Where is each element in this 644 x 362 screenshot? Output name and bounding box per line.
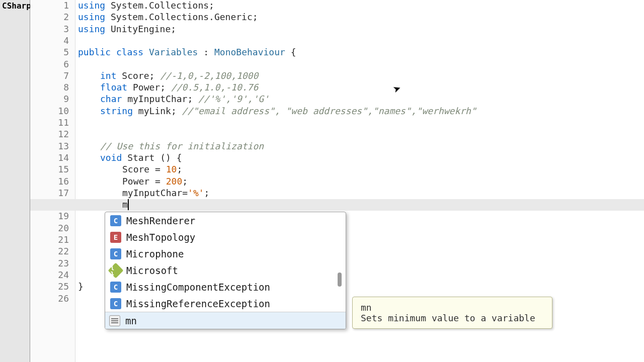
line-number: 22 <box>39 246 69 256</box>
autocomplete-popup[interactable]: C MeshRenderer E MeshTopology C Micropho… <box>105 212 346 329</box>
autocomplete-tooltip: mn Sets minimum value to a variable <box>352 297 552 329</box>
line-number: 3 <box>39 24 69 34</box>
template-icon <box>109 315 120 326</box>
sidebar-file-label: CSharp <box>2 1 31 11</box>
text-caret <box>128 199 129 210</box>
autocomplete-label: mn <box>125 315 137 326</box>
line-number: 11 <box>39 117 69 128</box>
enum-icon: E <box>110 232 121 243</box>
line-number: 16 <box>39 176 69 187</box>
code-line[interactable]: // Use this for initialization <box>100 141 264 151</box>
class-icon: C <box>110 298 121 309</box>
code-line[interactable]: using System.Collections; <box>78 0 214 11</box>
line-number: 2 <box>39 12 69 22</box>
code-line[interactable]: } <box>78 281 84 292</box>
class-icon: C <box>110 215 121 226</box>
line-number: 15 <box>39 164 69 174</box>
code-line[interactable]: Power = 200; <box>122 176 188 187</box>
autocomplete-label: Microsoft <box>126 265 178 276</box>
autocomplete-label: MissingReferenceException <box>126 298 270 309</box>
autocomplete-scrollbar-thumb[interactable] <box>338 273 342 287</box>
line-number: 6 <box>39 59 69 69</box>
line-number: 21 <box>39 234 69 245</box>
autocomplete-item[interactable]: C MeshRenderer <box>105 212 346 229</box>
line-number: 24 <box>39 269 69 280</box>
class-icon: C <box>110 248 121 259</box>
code-line[interactable]: using UnityEngine; <box>78 24 176 34</box>
autocomplete-item[interactable]: { } Microsoft <box>105 262 346 279</box>
autocomplete-item-selected[interactable]: mn <box>105 312 346 329</box>
code-line[interactable]: Score = 10; <box>122 164 182 174</box>
autocomplete-item[interactable]: C MissingComponentException <box>105 279 346 295</box>
autocomplete-label: MeshTopology <box>126 232 195 243</box>
tooltip-title: mn <box>361 302 544 313</box>
line-number: 23 <box>39 258 69 268</box>
autocomplete-item[interactable]: C MissingReferenceException <box>105 295 346 312</box>
sidebar: CSharp <box>0 0 30 362</box>
line-number: 17 <box>39 188 69 198</box>
line-number: 13 <box>39 141 69 151</box>
code-line[interactable]: char myInputChar; //'%','9','G' <box>100 94 269 104</box>
line-number: 20 <box>39 223 69 233</box>
class-icon: C <box>110 282 121 293</box>
autocomplete-item[interactable]: C Microphone <box>105 245 346 262</box>
namespace-icon: { } <box>108 262 123 278</box>
autocomplete-item[interactable]: E MeshTopology <box>105 229 346 245</box>
code-line[interactable]: m <box>122 199 128 210</box>
line-number: 9 <box>39 94 69 104</box>
code-line[interactable]: public class Variables : MonoBehaviour { <box>78 47 296 57</box>
autocomplete-list[interactable]: C MeshRenderer E MeshTopology C Micropho… <box>105 212 346 312</box>
line-number: 8 <box>39 82 69 93</box>
code-line[interactable]: void Start () { <box>100 152 182 163</box>
tooltip-description: Sets minimum value to a variable <box>361 313 544 323</box>
autocomplete-label: MeshRenderer <box>126 215 195 226</box>
line-number: 12 <box>39 129 69 139</box>
line-number: 10 <box>39 106 69 116</box>
line-number: 26 <box>39 293 69 304</box>
line-number: 25 <box>39 281 69 292</box>
autocomplete-label: Microphone <box>126 248 184 259</box>
line-number: 4 <box>39 35 69 46</box>
line-gutter: 1234567891011121314151617181920212223242… <box>30 0 75 362</box>
line-number: 5 <box>39 47 69 57</box>
code-line[interactable]: myInputChar='%'; <box>122 188 209 198</box>
code-line[interactable]: float Power; //0.5,1.0,-10.76 <box>100 82 258 93</box>
line-number: 14 <box>39 152 69 163</box>
code-line[interactable]: using System.Collections.Generic; <box>78 12 258 22</box>
line-number: 19 <box>39 211 69 221</box>
code-line[interactable]: int Score; //-1,0,-2,100,1000 <box>100 70 258 81</box>
code-line[interactable]: string myLink; //"email address", "web a… <box>100 106 476 116</box>
line-number: 1 <box>39 0 69 11</box>
autocomplete-label: MissingComponentException <box>126 282 270 293</box>
line-number: 7 <box>39 70 69 81</box>
